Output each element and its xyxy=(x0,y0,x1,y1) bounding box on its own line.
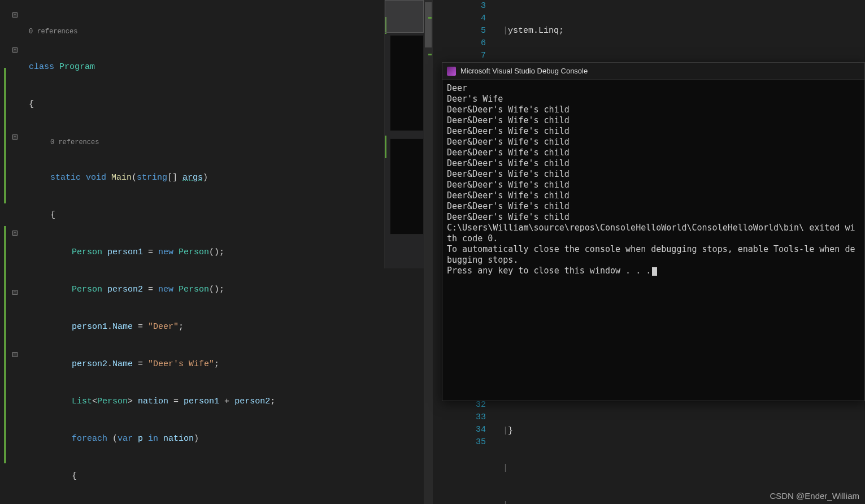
left-code-area[interactable]: 0 references class Program { 0 reference… xyxy=(20,0,381,504)
code-line[interactable]: Person person1 = new Person(); xyxy=(20,246,381,259)
line-number: 5 xyxy=(463,26,486,36)
console-output[interactable]: DeerDeer's WifeDeer&Deer's Wife's childD… xyxy=(442,80,864,280)
line-number: 32 xyxy=(463,400,486,410)
codelens-references[interactable]: 0 references xyxy=(50,138,381,147)
code-line[interactable]: foreach (var p in nation) xyxy=(20,433,381,445)
scrollbar-thumb[interactable] xyxy=(425,2,432,47)
visual-studio-icon xyxy=(447,67,456,76)
watermark-text: CSDN @Ender_William xyxy=(770,491,859,501)
line-number: 6 xyxy=(463,38,486,48)
console-title-text: Microsoft Visual Studio Debug Console xyxy=(460,67,588,75)
code-line[interactable]: person2.Name = "Deer's Wife"; xyxy=(20,358,381,371)
code-line[interactable]: | xyxy=(503,499,533,504)
fold-toggle[interactable]: - xyxy=(12,12,18,18)
change-marker xyxy=(4,68,6,203)
debug-console-window[interactable]: Microsoft Visual Studio Debug Console De… xyxy=(442,62,865,401)
code-line[interactable]: List<Person> nation = person1 + person2; xyxy=(20,396,381,408)
line-number: 3 xyxy=(463,1,486,11)
code-line[interactable]: person1.Name = "Deer"; xyxy=(20,321,381,333)
console-titlebar[interactable]: Microsoft Visual Studio Debug Console xyxy=(442,63,864,80)
code-line[interactable]: { xyxy=(20,98,381,111)
left-editor-panel[interactable]: - - - - - - 0 references class Program {… xyxy=(0,0,384,504)
code-line[interactable]: Person person2 = new Person(); xyxy=(20,284,381,296)
minimap[interactable] xyxy=(384,0,424,268)
scrollbar-marker xyxy=(428,17,432,19)
change-marker xyxy=(4,226,6,463)
scrollbar-marker xyxy=(428,54,432,55)
code-line[interactable]: | xyxy=(503,462,533,475)
line-number: 34 xyxy=(463,425,486,435)
fold-toggle[interactable]: - xyxy=(12,134,18,140)
fold-toggle[interactable]: - xyxy=(12,352,18,357)
line-number: 35 xyxy=(463,437,486,447)
fold-toggle[interactable]: - xyxy=(12,47,18,53)
code-line[interactable]: class Program xyxy=(20,61,381,73)
left-gutter: - - - - - - xyxy=(0,0,20,504)
minimap-region xyxy=(390,35,424,131)
fold-toggle[interactable]: - xyxy=(12,290,18,295)
code-line[interactable]: |ystem.Linq; xyxy=(503,25,865,37)
minimap-change-marker xyxy=(385,136,386,158)
minimap-region xyxy=(390,138,424,234)
fold-toggle[interactable]: - xyxy=(12,231,18,236)
minimap-viewport[interactable] xyxy=(385,0,424,33)
code-line[interactable]: |} xyxy=(503,425,533,437)
codelens-references[interactable]: 0 references xyxy=(29,27,381,36)
line-number: 7 xyxy=(463,51,486,60)
vertical-scrollbar[interactable] xyxy=(424,0,433,504)
code-line[interactable]: static void Main(string[] args) xyxy=(20,172,381,184)
line-number: 33 xyxy=(463,412,486,422)
code-line[interactable]: { xyxy=(20,470,381,483)
line-number: 4 xyxy=(463,14,486,23)
code-line[interactable]: { xyxy=(20,209,381,221)
